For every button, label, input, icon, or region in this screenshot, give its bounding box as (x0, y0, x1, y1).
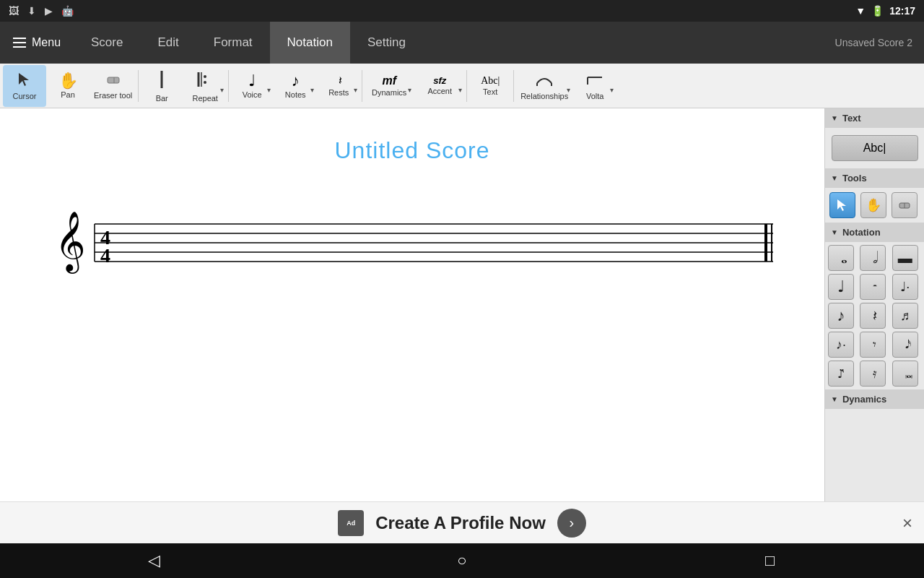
text-tool-icon: Abc| (481, 76, 500, 86)
dynamics-label: Dynamics (372, 88, 406, 97)
rest-whole[interactable]: ▬ (892, 245, 918, 271)
pan-label: Pan (61, 90, 75, 99)
ad-close-button[interactable]: × (902, 514, 912, 532)
tab-score[interactable]: Score (74, 22, 140, 64)
ad-banner: Ad Create A Profile Now › × (0, 501, 924, 543)
volta-tool[interactable]: Volta ▾ (573, 65, 616, 107)
relationships-label: Relationships (520, 92, 568, 100)
note-dotted-eighth[interactable]: ♪· (828, 332, 854, 358)
divider-2 (228, 70, 229, 102)
note-double-whole[interactable]: 𝅜 (892, 361, 918, 387)
tools-section-content: ✋ (825, 188, 924, 223)
notation-section-label: Notation (842, 227, 881, 238)
relationships-dropdown-icon: ▾ (567, 86, 570, 94)
score-title: Untitled Score (0, 137, 824, 164)
cursor-tool[interactable]: Cursor (3, 65, 46, 107)
eraser-icon (105, 72, 121, 90)
repeat-tool[interactable]: Repeat ▾ (183, 65, 227, 107)
pan-icon: ✋ (58, 73, 78, 89)
volta-dropdown-icon: ▾ (610, 86, 614, 94)
eraser-label: Eraser tool (94, 91, 132, 100)
pan-tool[interactable]: ✋ Pan (46, 65, 90, 107)
text-input-label: Abc| (863, 142, 886, 155)
tab-format[interactable]: Format (196, 22, 270, 64)
rest-sixteenth[interactable]: 𝄿 (860, 361, 886, 387)
accent-dropdown-icon: ▾ (458, 86, 462, 94)
voice-tool[interactable]: ♩ Voice ▾ (230, 65, 274, 107)
staff-svg: 𝄞 4 4 (29, 210, 796, 275)
tab-notation[interactable]: Notation (270, 22, 350, 64)
text-input-button[interactable]: Abc| (832, 135, 918, 161)
relationships-icon (534, 72, 554, 90)
dynamics-dropdown-icon: ▾ (408, 86, 411, 94)
eraser-tool[interactable]: Eraser tool (90, 65, 136, 107)
tools-section-header[interactable]: ▼ Tools (825, 168, 924, 188)
note-quarter[interactable]: ♩ (828, 274, 854, 300)
recent-button[interactable]: □ (749, 546, 792, 575)
svg-marker-0 (19, 73, 29, 86)
bar-label: Bar (156, 94, 168, 103)
notes-tool[interactable]: ♪ Notes ▾ (274, 65, 317, 107)
divider-3 (362, 70, 362, 102)
status-icons: 🖼 ⬇ ▶ 🤖 (9, 5, 74, 17)
note-sixteenth-flag[interactable]: ♬ (892, 303, 918, 329)
note-32nd[interactable]: 𝅘𝅥𝅯 (892, 332, 918, 358)
divider-5 (513, 70, 514, 102)
tab-setting[interactable]: Setting (350, 22, 423, 64)
relationships-tool[interactable]: Relationships ▾ (515, 65, 573, 107)
play-icon: ▶ (45, 5, 53, 17)
menu-label: Menu (32, 36, 61, 49)
note-grace[interactable]: ♪̈ (828, 361, 854, 387)
rest-eighth[interactable]: 𝄾 (860, 332, 886, 358)
rests-label: Rests (328, 88, 349, 97)
eraser-panel-btn[interactable] (892, 192, 918, 218)
pan-panel-btn[interactable]: ✋ (860, 192, 886, 218)
rest-half[interactable]: 𝄼 (860, 274, 886, 300)
menu-button[interactable]: Menu (0, 22, 74, 64)
hamburger-icon (13, 38, 26, 48)
tab-edit[interactable]: Edit (140, 22, 196, 64)
time-display: 12:17 (889, 5, 915, 17)
text-tool-label: Text (483, 87, 497, 96)
voice-dropdown-icon: ▾ (267, 86, 271, 94)
right-panel: ▼ Text Abc| ▼ Tools ✋ (824, 108, 924, 501)
note-eighth-flag[interactable]: ♪ (828, 303, 854, 329)
accent-tool[interactable]: sfz Accent ▾ (414, 65, 465, 107)
battery-icon: 🔋 (871, 5, 884, 17)
download-icon: ⬇ (27, 5, 36, 17)
treble-clef: 𝄞 (55, 212, 86, 274)
unsaved-label: Unsaved Score 2 (835, 22, 924, 64)
status-bar: 🖼 ⬇ ▶ 🤖 ▼ 🔋 12:17 (0, 0, 924, 22)
volta-icon (585, 72, 605, 90)
time-sig-bottom: 4 (100, 244, 110, 267)
rests-dropdown-icon: ▾ (354, 86, 357, 94)
note-half[interactable]: 𝅗𝅥 (860, 245, 886, 271)
score-canvas[interactable]: Untitled Score 𝄞 4 4 (0, 108, 824, 501)
note-dotted-quarter[interactable]: ♩· (892, 274, 918, 300)
rest-quarter[interactable]: 𝄽 (860, 303, 886, 329)
back-button[interactable]: ◁ (132, 546, 175, 575)
accent-icon: sfz (433, 76, 446, 85)
text-tool[interactable]: Abc| Text (468, 65, 512, 107)
dynamics-section-header[interactable]: ▼ Dynamics (825, 389, 924, 409)
dynamics-tool[interactable]: mf Dynamics ▾ (364, 65, 414, 107)
notation-section-header[interactable]: ▼ Notation (825, 223, 924, 242)
home-button[interactable]: ○ (440, 546, 484, 575)
text-section-arrow: ▼ (831, 114, 838, 122)
notes-icon: ♪ (292, 73, 300, 89)
note-whole[interactable]: 𝅝 (828, 245, 854, 271)
voice-label: Voice (243, 90, 262, 99)
toolbar: Cursor ✋ Pan Eraser tool Bar Repeat ▾ (0, 64, 924, 108)
dynamics-icon: mf (382, 75, 396, 87)
bar-tool[interactable]: Bar (140, 65, 183, 107)
cursor-panel-btn[interactable] (829, 192, 855, 218)
notes-label: Notes (285, 90, 306, 99)
cursor-label: Cursor (12, 92, 36, 100)
ad-cta-button[interactable]: › (557, 509, 586, 538)
text-section-header[interactable]: ▼ Text (825, 108, 924, 128)
voice-icon: ♩ (248, 73, 256, 89)
text-section-content: Abc| (825, 128, 924, 168)
rests-tool[interactable]: 𝄽 Rests ▾ (317, 65, 360, 107)
svg-marker-20 (837, 199, 846, 211)
text-section-label: Text (842, 113, 861, 124)
